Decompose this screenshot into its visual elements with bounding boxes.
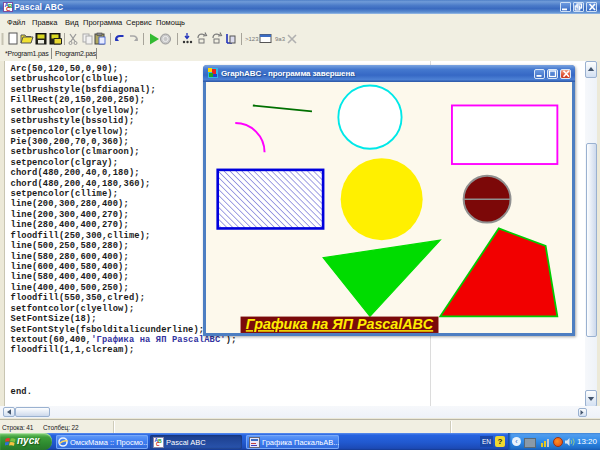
svg-text:Графика на ЯП PascalABC: Графика на ЯП PascalABC xyxy=(246,315,434,332)
svg-text:9a3: 9a3 xyxy=(275,36,286,42)
svg-text:>123: >123 xyxy=(245,36,259,42)
